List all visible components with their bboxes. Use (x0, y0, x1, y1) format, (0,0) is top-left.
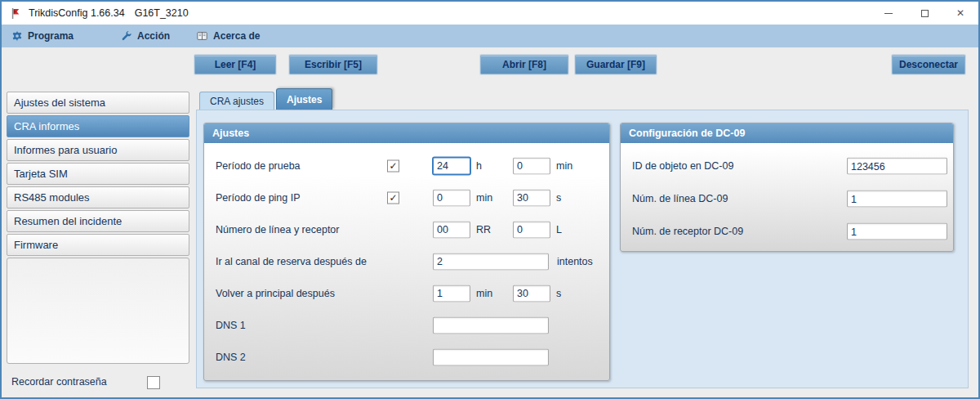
row-numero-de-linea-y-receptor: Número de línea y receptor RR L (204, 213, 609, 245)
row-periodo-de-ping-ip: Período de ping IP ✓ min s (204, 182, 609, 213)
dc09-line-number-input[interactable] (847, 191, 947, 208)
sidebar-item-informes-para-usuario[interactable]: Informes para usuario (7, 139, 189, 161)
return-primary-seconds-input[interactable] (513, 285, 550, 302)
dns2-input[interactable] (433, 348, 549, 365)
window-title-device: G16T_3210 (135, 7, 189, 19)
row-periodo-de-prueba: Período de prueba ✓ h min (204, 150, 609, 182)
dc09-group-title: Configuración de DC-09 (621, 123, 953, 143)
menubar: Programa Acción Acerca de (2, 25, 978, 47)
book-icon (196, 30, 208, 42)
row-id-de-objeto-dc09: ID de objeto en DC-09 (621, 150, 953, 182)
field-label: Número de línea y receptor (216, 224, 339, 235)
tab-ajustes[interactable]: Ajustes (276, 88, 332, 110)
sidebar-item-resumen-del-incidente[interactable]: Resumen del incidente (7, 210, 189, 232)
disconnect-button[interactable]: Desconectar (892, 55, 965, 74)
close-icon: ✕ (956, 7, 964, 19)
close-button[interactable]: ✕ (942, 2, 978, 25)
app-window: TrikdisConfig 1.66.34 G16T_3210 ✕ Progra… (0, 0, 980, 399)
write-button[interactable]: Escribir [F5] (289, 55, 377, 74)
field-label: Volver a principal después (216, 288, 335, 299)
field-label: Núm. de línea DC-09 (632, 193, 728, 204)
unit-label: L (556, 224, 562, 235)
remember-password-checkbox[interactable] (147, 376, 160, 389)
toolbar: Leer [F4] Escribir [F5] Abrir [F8] Guard… (2, 47, 978, 82)
field-label: ID de objeto en DC-09 (632, 160, 733, 172)
menu-programa[interactable]: Programa (11, 30, 74, 42)
tab-page-ajustes: Ajustes Período de prueba ✓ h min Períod… (196, 110, 969, 388)
field-label: DNS 1 (216, 320, 246, 331)
open-button[interactable]: Abrir [F8] (480, 55, 568, 74)
test-period-hours-input[interactable] (433, 157, 470, 174)
window-title: TrikdisConfig 1.66.34 (29, 7, 125, 19)
row-ir-al-canal-de-reserva: Ir al canal de reserva después de intent… (204, 245, 609, 277)
sidebar: Ajustes del sistema CRA informes Informe… (2, 82, 193, 397)
dc09-groupbox: Configuración de DC-09 ID de objeto en D… (620, 123, 954, 252)
sidebar-empty-panel (7, 258, 189, 364)
unit-label: min (476, 192, 492, 204)
sidebar-item-tarjeta-sim[interactable]: Tarjeta SIM (7, 163, 189, 185)
tab-cra-ajustes[interactable]: CRA ajustes (199, 92, 274, 110)
main-area: Ajustes del sistema CRA informes Informe… (2, 82, 978, 397)
app-logo-icon (10, 7, 22, 20)
settings-group-body: Período de prueba ✓ h min Período de pin… (204, 143, 609, 373)
unit-label: min (476, 288, 492, 299)
field-label: Núm. de receptor DC-09 (632, 226, 743, 237)
unit-label: intentos (557, 256, 593, 267)
read-button[interactable]: Leer [F4] (194, 55, 276, 74)
remember-password-row: Recordar contraseña (11, 376, 183, 391)
field-label: Período de prueba (216, 160, 301, 172)
tab-strip: CRA ajustes Ajustes (199, 87, 978, 110)
line-number-input[interactable] (513, 221, 550, 238)
gear-icon (11, 30, 23, 42)
sidebar-item-firmware[interactable]: Firmware (7, 234, 189, 256)
row-dns-2: DNS 2 (204, 341, 609, 373)
unit-label: min (556, 160, 572, 172)
ping-period-checkbox[interactable]: ✓ (387, 191, 399, 204)
wrench-icon (121, 30, 132, 42)
save-button[interactable]: Guardar [F9] (575, 55, 657, 74)
return-primary-minutes-input[interactable] (433, 285, 470, 302)
unit-label: h (476, 160, 482, 172)
dc09-object-id-input[interactable] (847, 158, 947, 175)
sidebar-item-cra-informes[interactable]: CRA informes (7, 115, 189, 137)
ping-period-minutes-input[interactable] (433, 189, 470, 206)
maximize-icon (921, 10, 929, 17)
sidebar-item-ajustes-del-sistema[interactable]: Ajustes del sistema (7, 92, 189, 114)
backup-channel-attempts-input[interactable] (433, 253, 549, 270)
window-controls: ✕ (871, 2, 978, 25)
settings-groupbox: Ajustes Período de prueba ✓ h min Períod… (203, 123, 610, 381)
row-volver-a-principal: Volver a principal después min s (204, 277, 609, 309)
row-dns-1: DNS 1 (204, 309, 609, 341)
dc09-group-body: ID de objeto en DC-09 Núm. de línea DC-0… (621, 143, 953, 248)
menu-acerca-de[interactable]: Acerca de (196, 30, 260, 42)
menu-accion-label: Acción (137, 30, 170, 42)
remember-password-label: Recordar contraseña (11, 376, 107, 388)
unit-label: s (556, 288, 561, 299)
test-period-checkbox[interactable]: ✓ (387, 159, 399, 172)
dns1-input[interactable] (433, 316, 549, 334)
unit-label: s (556, 192, 561, 204)
dc09-receiver-number-input[interactable] (847, 223, 947, 240)
menu-acerca-de-label: Acerca de (213, 30, 260, 42)
field-label: Ir al canal de reserva después de (216, 256, 367, 267)
receiver-number-input[interactable] (433, 221, 470, 238)
menu-accion[interactable]: Acción (121, 30, 170, 42)
titlebar: TrikdisConfig 1.66.34 G16T_3210 ✕ (2, 2, 978, 25)
row-num-de-linea-dc09: Núm. de línea DC-09 (621, 182, 953, 215)
ping-period-seconds-input[interactable] (513, 189, 550, 206)
content-area: CRA ajustes Ajustes Ajustes Período de p… (193, 82, 978, 397)
field-label: Período de ping IP (216, 192, 301, 204)
minimize-icon (884, 13, 893, 14)
test-period-minutes-input[interactable] (513, 157, 550, 174)
field-label: DNS 2 (216, 352, 246, 363)
minimize-button[interactable] (871, 2, 906, 25)
maximize-button[interactable] (906, 2, 942, 25)
unit-label: RR (476, 224, 491, 235)
sidebar-item-rs485-modules[interactable]: RS485 modules (7, 186, 189, 208)
menu-programa-label: Programa (28, 30, 74, 42)
settings-group-title: Ajustes (204, 123, 609, 143)
row-num-de-receptor-dc09: Núm. de receptor DC-09 (621, 215, 953, 248)
